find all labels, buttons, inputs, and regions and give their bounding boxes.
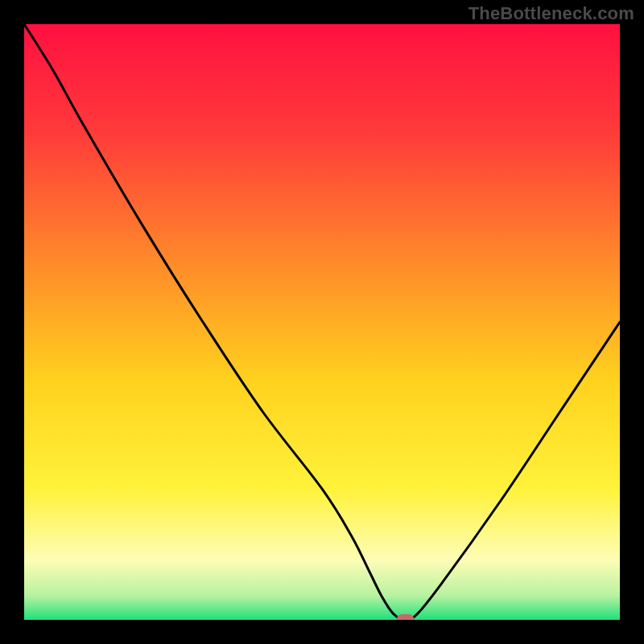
gradient-background bbox=[24, 24, 620, 620]
bottleneck-chart bbox=[24, 24, 620, 620]
plot-area bbox=[24, 24, 620, 620]
watermark-text: TheBottleneck.com bbox=[469, 3, 634, 24]
chart-frame: TheBottleneck.com bbox=[0, 0, 644, 644]
